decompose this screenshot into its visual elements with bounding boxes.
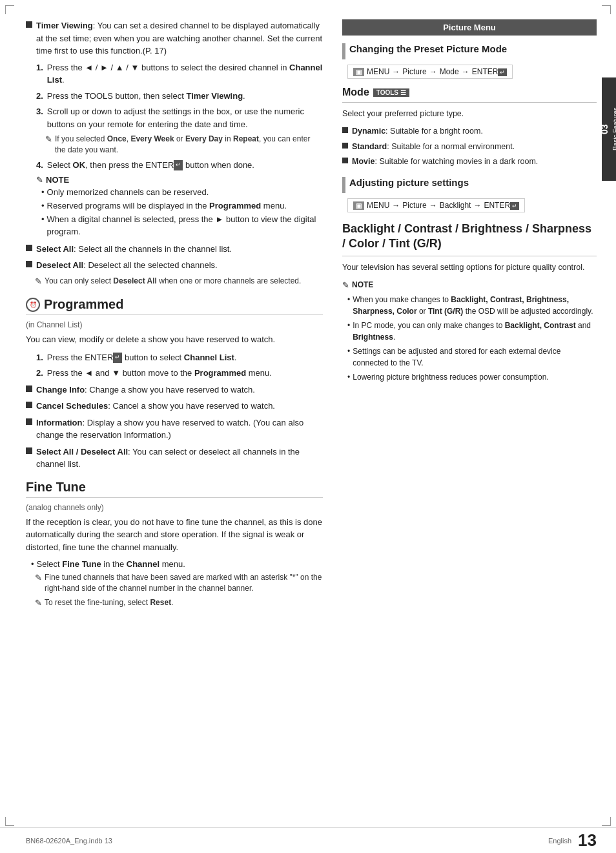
mode-line: Mode TOOLS ☰ [342, 87, 597, 98]
section1-heading: Changing the Preset Picture Mode [349, 43, 507, 54]
bullet-icon [26, 21, 32, 28]
fine-tune-pencil2: ✎ [35, 597, 42, 609]
corner-mark-br [602, 817, 611, 826]
right-note-section: ✎ NOTE • When you make changes to Backli… [342, 279, 597, 384]
prog-step-1: 1. Press the ENTER↵ button to select Cha… [36, 351, 323, 364]
content-area: Timer Viewing: You can set a desired cha… [0, 0, 616, 625]
step-2-num: 2. [36, 90, 43, 103]
menu-path-2: ▣ MENU → Picture → Backlight → ENTER↵ [347, 198, 525, 212]
mode-standard: Standard: Suitable for a normal environm… [342, 141, 597, 153]
timer-viewing-title: Timer Viewing [36, 21, 93, 30]
right-note-4: • Lowering picture brightness reduces po… [347, 371, 597, 383]
bullet-sq-movie [342, 158, 348, 163]
section1-heading-container: Changing the Preset Picture Mode [342, 43, 597, 59]
step-3: 3. Scroll up or down to adjust the setti… [36, 105, 323, 130]
footer: BN68-02620A_Eng.indb 13 English 13 [0, 827, 616, 853]
section2-heading-container: Adjusting picture settings [342, 177, 597, 193]
select-all-bullet: Select All: Select all the channels in t… [26, 243, 323, 256]
right-note-pencil-icon: ✎ [342, 279, 349, 292]
fine-tune-sub: (analog channels only) [26, 503, 323, 512]
pencil-icon: ✎ [45, 134, 52, 156]
step-3-note-text: If you selected Once, Every Week or Ever… [55, 134, 323, 156]
programmed-sub: (in Channel List) [26, 320, 323, 329]
fine-tune-divider [26, 497, 323, 498]
step-2-text: Press the TOOLS button, then select Time… [47, 90, 245, 103]
prog-steps-list: 1. Press the ENTER↵ button to select Cha… [36, 351, 323, 380]
right-note-title: NOTE [352, 279, 373, 292]
mode-sub: Select your preferred picture type. [342, 108, 597, 120]
side-tab: 03 Basic Features [602, 77, 616, 181]
timer-viewing-text: Timer Viewing: You can set a desired cha… [36, 19, 323, 57]
right-note-1: • When you make changes to Backlight, Co… [347, 294, 597, 317]
mode-dynamic: Dynamic: Suitable for a bright room. [342, 125, 597, 138]
note-item-2: • Reserved programs will be displayed in… [41, 200, 323, 212]
timer-viewing-bullet: Timer Viewing: You can set a desired cha… [26, 19, 323, 57]
step-3-text: Scroll up or down to adjust the settings… [47, 105, 323, 130]
clock-icon: ⏰ [26, 298, 40, 312]
mode-movie: Movie: Suitable for watching movies in a… [342, 156, 597, 168]
section3-body: Your television has several setting opti… [342, 262, 597, 274]
step-1: 1. Press the ◄ / ► / ▲ / ▼ buttons to se… [36, 61, 323, 87]
right-note-2: • In PC mode, you can only make changes … [347, 320, 597, 343]
step-3-note: ✎ If you selected Once, Every Week or Ev… [45, 134, 323, 156]
chapter-number: 03 [599, 124, 610, 134]
deselect-pencil-icon: ✎ [35, 276, 42, 287]
menu-path-1: ▣ MENU → Picture → Mode → ENTER↵ [347, 65, 513, 79]
right-column: Picture Menu Changing the Preset Picture… [336, 19, 597, 612]
deselect-note: ✎ You can only select Deselect All when … [35, 276, 323, 287]
menu-icon-2: ▣ [353, 201, 364, 210]
programmed-divider [26, 314, 323, 315]
section3-title: Backlight / Contrast / Brightness / Shar… [342, 221, 597, 252]
bullet-sq-change-info [26, 385, 32, 392]
step-4: 4. Select OK, then press the ENTER↵ butt… [36, 159, 323, 172]
note-title: NOTE [46, 175, 69, 185]
step-4-num: 4. [36, 159, 43, 172]
fine-tune-select-bullet: • Select Fine Tune in the Channel menu. [31, 559, 323, 570]
mode-divider [342, 102, 597, 103]
deselect-all-text: Deselect All: Deselect all the selected … [36, 259, 323, 272]
heading-bar-2 [342, 177, 345, 193]
fine-tune-pencil1: ✎ [35, 572, 42, 594]
fine-tune-title: Fine Tune [26, 480, 323, 495]
deselect-all-title: Deselect All [36, 260, 83, 270]
menu-icon-1: ▣ [353, 68, 364, 76]
step-2: 2. Press the TOOLS button, then select T… [36, 90, 323, 103]
step-1-text: Press the ◄ / ► / ▲ / ▼ buttons to selec… [47, 61, 323, 87]
heading-bar-1 [342, 43, 345, 59]
right-note-3: • Settings can be adjusted and stored fo… [347, 345, 597, 369]
note-section: ✎ NOTE • Only memorized channels can be … [36, 175, 323, 238]
note-item-3: • When a digital channel is selected, pr… [41, 214, 323, 237]
timer-steps-list: 1. Press the ◄ / ► / ▲ / ▼ buttons to se… [36, 61, 323, 172]
fine-tune-note1: ✎ Fine tuned channels that have been sav… [35, 572, 323, 594]
chapter-label: Basic Features [612, 108, 617, 151]
menu-path-1-container: ▣ MENU → Picture → Mode → ENTER↵ [347, 65, 597, 79]
menu-path-2-container: ▣ MENU → Picture → Backlight → ENTER↵ [347, 198, 597, 212]
picture-menu-header: Picture Menu [342, 19, 597, 36]
select-all-title: Select All [36, 244, 74, 254]
programmed-body: You can view, modify or delete a show yo… [26, 333, 323, 346]
bullet-sq-select-all [26, 245, 32, 251]
page-number: 13 [578, 830, 597, 850]
corner-mark-tr [602, 5, 611, 14]
section2-heading: Adjusting picture settings [349, 177, 469, 188]
cancel-schedules-bullet: Cancel Schedules: Cancel a show you have… [26, 400, 323, 413]
bullet-sq-sel-desel [26, 447, 32, 454]
select-deselect-all-bullet: Select All / Deselect All: You can selec… [26, 446, 323, 471]
prog-step-2: 2. Press the ◄ and ▼ button move to the … [36, 367, 323, 380]
change-info-bullet: Change Info: Change a show you have rese… [26, 384, 323, 396]
corner-mark-tl [5, 5, 14, 14]
note-item-1: • Only memorized channels can be reserve… [41, 187, 323, 198]
note-header: ✎ NOTE [36, 175, 323, 185]
bullet-sq-standard [342, 143, 348, 149]
corner-mark-bl [5, 817, 14, 826]
footer-right: English 13 [548, 830, 597, 850]
bullet-sq-deselect-all [26, 261, 32, 267]
fine-tune-body: If the reception is clear, you do not ha… [26, 516, 323, 554]
programmed-title: ⏰ Programmed [26, 296, 323, 312]
page-wrapper: 03 Basic Features Timer Viewing: You can… [0, 0, 616, 853]
right-note-header: ✎ NOTE [342, 279, 597, 292]
step-1-num: 1. [36, 61, 43, 87]
english-label: English [548, 837, 571, 845]
step-4-text: Select OK, then press the ENTER↵ button … [47, 159, 254, 172]
bullet-sq-info [26, 418, 32, 425]
